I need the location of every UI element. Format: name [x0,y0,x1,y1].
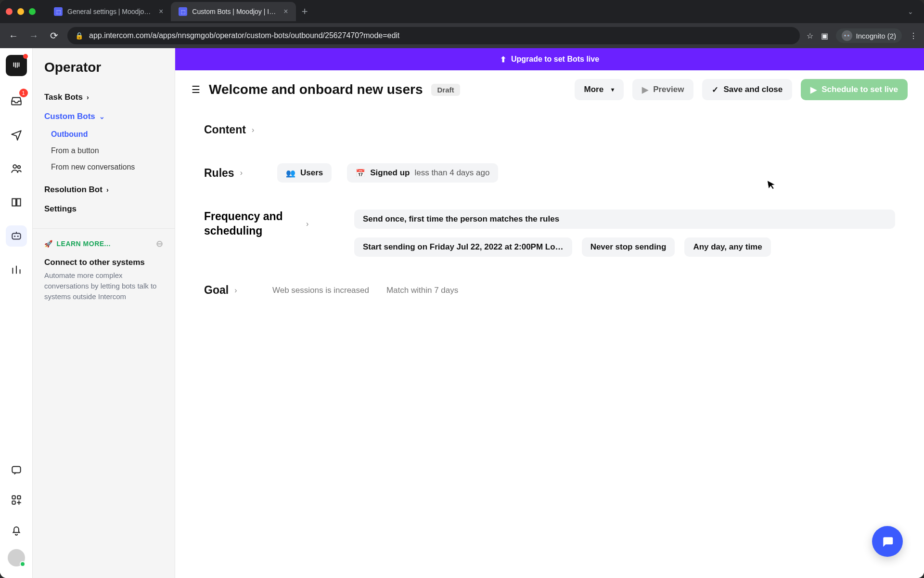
tabs-menu-icon[interactable]: ⌄ [903,8,918,15]
rule-audience-pill[interactable]: 👥 Users [277,163,332,183]
learn-more-link[interactable]: 🚀 LEARN MORE... ⊖ [44,238,163,249]
nav-label: Task Bots [44,92,83,102]
svg-point-5 [17,236,18,237]
app-icon-rail: 1 [0,48,33,578]
url-input[interactable]: 🔒 app.intercom.com/a/apps/nnsgmgob/opera… [67,27,800,44]
extensions-icon[interactable]: ▣ [821,31,828,40]
notifications-nav[interactable] [6,519,27,540]
chevron-right-icon: › [252,126,254,134]
schedule-button[interactable]: ▶ Schedule to set live [801,79,908,100]
page-title: Welcome and onboard new users [209,82,423,97]
goal-window: Match within 7 days [386,286,458,295]
bot-header: ☰ Welcome and onboard new users Draft Mo… [175,70,924,105]
rules-header[interactable]: Rules › [204,167,262,180]
frequency-send-once-pill[interactable]: Send once, first time the person matches… [354,210,895,229]
svg-rect-3 [12,234,20,239]
frequency-schedule-pill[interactable]: Any day, any time [684,237,770,257]
nav-settings[interactable]: Settings [44,199,163,219]
bookmark-star-icon[interactable]: ☆ [807,31,813,40]
close-tab-icon[interactable]: × [283,7,288,16]
svg-point-4 [14,236,15,237]
close-tab-icon[interactable]: × [159,7,163,16]
users-icon: 👥 [286,169,295,178]
inbox-nav[interactable]: 1 [6,91,27,112]
intercom-logo[interactable] [6,55,27,76]
rocket-icon: 🚀 [44,240,53,248]
messenger-nav[interactable] [6,460,27,481]
sidebar-toggle-icon[interactable]: ☰ [192,84,200,95]
nav-from-button[interactable]: From a button [51,143,163,159]
operator-sidebar: Operator Task Bots › Custom Bots ⌄ Outbo… [33,48,175,578]
close-window-button[interactable] [6,8,13,15]
section-rules: Rules › 👥 Users 📅 Signed up less than 4 … [204,163,895,183]
url-text: app.intercom.com/a/apps/nnsgmgob/operato… [89,31,399,40]
pill-label: Start sending on Friday Jul 22, 2022 at … [363,242,564,252]
check-icon: ✓ [712,85,719,95]
presence-indicator-icon [20,561,26,567]
svg-rect-8 [17,496,20,499]
svg-rect-9 [12,501,15,504]
browser-tab-active[interactable]: ⬚ Custom Bots | Moodjoy | Interc × [171,2,295,21]
button-label: Preview [653,85,684,94]
new-tab-button[interactable]: + [296,5,314,18]
upgrade-banner[interactable]: ⬆ Upgrade to set Bots live [175,48,924,70]
sidebar-title: Operator [44,60,163,75]
calendar-icon: 📅 [356,169,365,178]
inbox-badge: 1 [19,89,28,97]
intercom-chat-launcher[interactable] [872,526,903,557]
reload-button[interactable]: ⟳ [47,30,61,41]
browser-tab[interactable]: ⬚ General settings | Moodjoy | Int × [46,2,171,21]
back-button[interactable]: ← [7,30,20,41]
nav-label: Settings [44,204,77,214]
main-panel: ⬆ Upgrade to set Bots live ☰ Welcome and… [175,48,924,578]
nav-custom-bots[interactable]: Custom Bots ⌄ [44,107,163,126]
operator-nav[interactable] [6,225,27,247]
chevron-right-icon: › [106,186,109,194]
rule-signed-up-pill[interactable]: 📅 Signed up less than 4 days ago [347,163,498,183]
section-goal: Goal › Web sessions is increased Match w… [204,284,895,297]
minimize-window-button[interactable] [17,8,24,15]
more-button[interactable]: More [575,79,624,100]
user-avatar[interactable] [8,549,25,566]
pill-label: Any day, any time [693,242,762,252]
nav-from-new-conversations[interactable]: From new conversations [51,159,163,175]
play-icon: ▶ [642,85,648,95]
tab-title: General settings | Moodjoy | Int [67,8,154,15]
status-badge: Draft [431,84,460,96]
outbound-nav[interactable] [6,124,27,145]
maximize-window-button[interactable] [29,8,36,15]
forward-button[interactable]: → [27,30,40,41]
svg-rect-6 [12,466,20,473]
chevron-down-icon: ⌄ [99,113,105,120]
browser-menu-icon[interactable]: ⋮ [910,31,917,40]
banner-text: Upgrade to set Bots live [511,55,599,64]
collapse-icon[interactable]: ⊖ [156,238,164,249]
frequency-start-pill[interactable]: Start sending on Friday Jul 22, 2022 at … [354,237,572,257]
reports-nav[interactable] [6,259,27,280]
pill-value: less than 4 days ago [414,168,489,178]
nav-resolution-bot[interactable]: Resolution Bot › [44,180,163,199]
section-content[interactable]: Content › [204,115,895,136]
pill-label: Never stop sending [590,242,667,252]
articles-nav[interactable] [6,192,27,213]
nav-task-bots[interactable]: Task Bots › [44,88,163,107]
nav-outbound[interactable]: Outbound [51,126,163,143]
incognito-indicator[interactable]: 👓 Incognito (2) [836,28,902,43]
frequency-header[interactable]: Frequency and scheduling › [204,210,339,238]
nav-label: Custom Bots [44,112,95,121]
section-title: Content [204,123,246,136]
button-label: Save and close [723,85,783,94]
goal-metric: Web sessions is increased [272,286,369,295]
nav-label: Resolution Bot [44,185,103,195]
apps-nav[interactable] [6,489,27,511]
connect-title: Connect to other systems [44,258,163,267]
frequency-stop-pill[interactable]: Never stop sending [582,237,675,257]
preview-button[interactable]: ▶ Preview [632,79,693,100]
lock-icon: 🔒 [75,32,83,39]
contacts-nav[interactable] [6,158,27,179]
upgrade-arrow-icon: ⬆ [500,55,506,64]
goal-header[interactable]: Goal › [204,284,257,297]
save-button[interactable]: ✓ Save and close [702,79,792,100]
intercom-favicon-icon: ⬚ [54,7,63,16]
section-title: Frequency and scheduling [204,210,300,238]
